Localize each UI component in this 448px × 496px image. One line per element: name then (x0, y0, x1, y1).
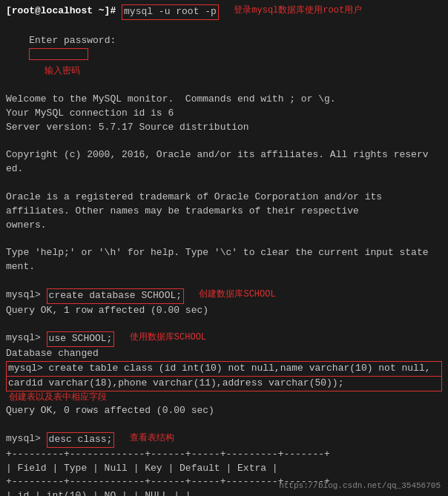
line-desc: mysql> desc class; 查看表结构 (6, 432, 442, 448)
annotation-password: 输入密码 (33, 66, 79, 76)
line-create-table-2: cardid varchar(18),phone varchar(11),add… (6, 377, 442, 391)
enter-password-label: Enter password: (29, 35, 122, 46)
cmd-use-school: use SCHOOL; (47, 331, 115, 347)
line-help1: Type 'help;' or '\h' for help. Type '\c'… (6, 246, 442, 260)
blank-2 (6, 176, 442, 191)
blank-4 (6, 274, 442, 288)
line-2: Enter password: 输入密码 (6, 20, 442, 93)
blank-6 (6, 418, 442, 432)
table-row-id: | id | int(10) | NO | | NULL | | (6, 489, 442, 496)
line-create-db: mysql> create database SCHOOL; 创建数据库SCHO… (6, 288, 442, 304)
mysql-prompt-3: mysql> (6, 432, 47, 446)
table-divider-top: +---------+-------------+------+-----+--… (6, 448, 442, 462)
annotation-useschool: 使用数据库SCHOOL (119, 331, 206, 344)
cmd-create-db: create database SCHOOL; (47, 288, 184, 304)
line-1: [root@localhost ~]# mysql -u root -p 登录m… (6, 4, 442, 20)
annotation-desc: 查看表结构 (119, 432, 174, 445)
cmd-mysql (116, 4, 122, 19)
password-box (29, 48, 88, 60)
terminal: [root@localhost ~]# mysql -u root -p 登录m… (0, 0, 448, 496)
line-query-ok-2: Query OK, 0 rows affected (0.00 sec) (6, 404, 442, 418)
watermark: https://blog.csdn.net/qq_35456705 (279, 481, 441, 490)
line-query-ok-1: Query OK, 1 row affected (0.00 sec) (6, 304, 442, 318)
cmd-mysql-box: mysql -u root -p (122, 4, 219, 20)
blank-3 (6, 233, 442, 247)
annotation-login: 登录mysql数据库使用root用户 (223, 4, 362, 17)
line-4: Your MySQL connection id is 6 (6, 107, 442, 121)
line-create-table-1: mysql> create table class (id int(10) no… (6, 361, 442, 377)
prompt-text: [root@localhost ~]# (6, 4, 116, 19)
line-help2: ment. (6, 260, 442, 274)
line-3: Welcome to the MySQL monitor. Commands e… (6, 93, 442, 107)
line-oracle1: Oracle is a registered trademark of Orac… (6, 191, 442, 205)
line-use-school: mysql> use SCHOOL; 使用数据库SCHOOL (6, 331, 442, 347)
line-copyright: Copyright (c) 2000, 2016, Oracle and/or … (6, 148, 442, 162)
annotation-createdb: 创建数据库SCHOOL (188, 288, 276, 301)
cmd-desc-class: desc class; (47, 432, 115, 448)
blank-1 (6, 135, 442, 149)
line-oracle2: affiliates. Other names may be trademark… (6, 205, 442, 219)
line-copyright2: ed. (6, 162, 442, 176)
table-header: | Field | Type | Null | Key | Default | … (6, 462, 442, 476)
mysql-prompt-2: mysql> (6, 331, 47, 345)
line-5: Server version: 5.7.17 Source distributi… (6, 121, 442, 135)
blank-5 (6, 318, 442, 332)
mysql-prompt-1: mysql> (6, 288, 47, 302)
annotation-createtable: 创建表以及表中相应字段 (9, 391, 442, 404)
line-oracle3: owners. (6, 219, 442, 233)
line-db-changed: Database changed (6, 347, 442, 361)
